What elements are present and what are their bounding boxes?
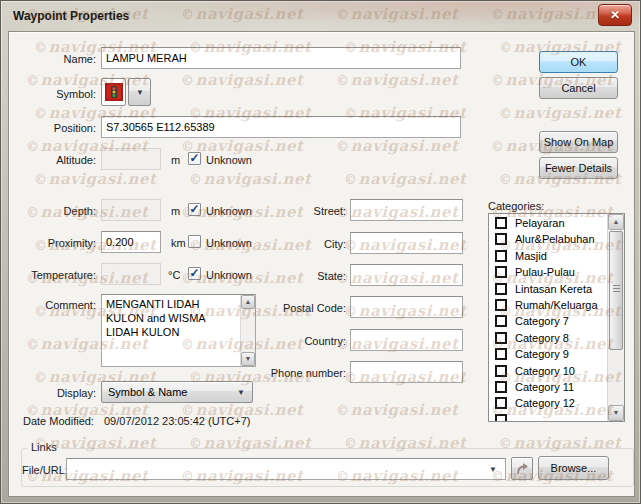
symbol-button[interactable] bbox=[101, 78, 126, 106]
category-checkbox[interactable] bbox=[495, 217, 507, 229]
symbol-label: Symbol: bbox=[11, 88, 96, 100]
temperature-unit: °C bbox=[168, 269, 180, 281]
altitude-input bbox=[101, 148, 161, 170]
depth-unit: m bbox=[171, 205, 180, 217]
state-input[interactable] bbox=[350, 264, 463, 286]
display-value: Symbol & Name bbox=[108, 386, 187, 398]
ok-button[interactable]: OK bbox=[539, 51, 618, 73]
scroll-down-button[interactable]: ▼ bbox=[608, 405, 624, 421]
city-label: City: bbox=[246, 238, 346, 250]
state-label: State: bbox=[246, 270, 346, 282]
category-item[interactable]: Category 10 bbox=[489, 363, 607, 379]
scrollbar-thumb[interactable] bbox=[609, 231, 623, 350]
waypoint-properties-dialog: Waypoint Properties ✕ Name: Symbol: Posi… bbox=[0, 0, 641, 504]
categories-listbox[interactable]: PelayaranAlur&PelabuhanMasjidPulau-Pulau… bbox=[488, 213, 625, 422]
close-button[interactable]: ✕ bbox=[598, 4, 632, 26]
category-label: Category 12 bbox=[515, 397, 575, 409]
category-item[interactable]: Category 7 bbox=[489, 313, 607, 329]
category-label: Category 10 bbox=[515, 365, 575, 377]
scroll-up-button[interactable]: ▲ bbox=[608, 214, 624, 230]
category-item[interactable]: Pulau-Pulau bbox=[489, 264, 607, 280]
category-item[interactable]: Category 12 bbox=[489, 395, 607, 411]
category-label: Category 9 bbox=[515, 348, 569, 360]
city-input[interactable] bbox=[350, 232, 463, 254]
display-combobox[interactable]: Symbol & Name ▼ bbox=[101, 381, 253, 403]
chevron-down-icon: ▼ bbox=[489, 466, 497, 474]
depth-unknown-label: Unknown bbox=[206, 205, 252, 217]
proximity-unknown-label: Unknown bbox=[206, 237, 252, 249]
proximity-unit: km bbox=[171, 237, 186, 249]
category-label: Pelayaran bbox=[515, 217, 565, 229]
date-modified-value: 09/07/2012 23:05:42 (UTC+7) bbox=[104, 415, 250, 427]
temperature-input bbox=[101, 263, 161, 285]
altitude-unit: m bbox=[171, 154, 180, 166]
category-checkbox[interactable] bbox=[495, 299, 507, 311]
country-input[interactable] bbox=[350, 329, 463, 351]
scroll-down-button[interactable]: ▼ bbox=[241, 352, 255, 366]
category-label: Category 8 bbox=[515, 332, 569, 344]
scroll-down-icon: ▼ bbox=[613, 409, 620, 416]
category-item[interactable]: Alur&Pelabuhan bbox=[489, 231, 607, 247]
street-label: Street: bbox=[246, 205, 346, 217]
proximity-label: Proximity: bbox=[11, 237, 96, 249]
temperature-unknown-label: Unknown bbox=[206, 269, 252, 281]
date-modified-label: Date Modified: bbox=[23, 415, 94, 427]
depth-input bbox=[101, 199, 161, 221]
category-checkbox[interactable] bbox=[495, 283, 507, 295]
file-url-combobox[interactable]: ▼ bbox=[66, 458, 506, 480]
category-label: Category 11 bbox=[515, 381, 574, 393]
show-on-map-button[interactable]: Show On Map bbox=[539, 131, 618, 153]
category-checkbox[interactable] bbox=[495, 233, 507, 245]
proximity-unknown-checkbox[interactable] bbox=[188, 235, 201, 248]
fewer-details-button[interactable]: Fewer Details bbox=[539, 157, 618, 179]
category-item[interactable]: Category 11 bbox=[489, 379, 607, 395]
category-checkbox[interactable] bbox=[495, 381, 507, 393]
category-item[interactable]: Rumah/Keluarga bbox=[489, 297, 607, 313]
name-input[interactable] bbox=[101, 47, 461, 69]
category-item[interactable] bbox=[489, 412, 607, 422]
comment-textarea[interactable]: MENGANTI LIDAH KULON and WISMA LIDAH KUL… bbox=[101, 294, 256, 367]
postal-code-input[interactable] bbox=[350, 296, 463, 318]
links-group-label: Links bbox=[27, 441, 61, 453]
category-checkbox[interactable] bbox=[495, 414, 507, 422]
category-label: Pulau-Pulau bbox=[515, 266, 575, 278]
street-input[interactable] bbox=[350, 199, 463, 221]
title-bar[interactable]: Waypoint Properties ✕ bbox=[1, 1, 640, 31]
category-item[interactable]: Category 9 bbox=[489, 346, 607, 362]
temperature-unknown-checkbox[interactable]: ✓ bbox=[188, 267, 201, 280]
categories-label: Categories: bbox=[488, 200, 544, 212]
category-item[interactable]: Lintasan Kereta bbox=[489, 281, 607, 297]
category-item[interactable]: Masjid bbox=[489, 248, 607, 264]
chevron-down-icon: ▼ bbox=[237, 389, 245, 397]
comment-text: MENGANTI LIDAH KULON and WISMA LIDAH KUL… bbox=[106, 297, 228, 339]
category-item[interactable]: Pelayaran bbox=[489, 215, 607, 231]
traffic-light-icon bbox=[105, 83, 123, 101]
category-checkbox[interactable] bbox=[495, 365, 507, 377]
position-input[interactable] bbox=[101, 116, 461, 138]
category-label: Rumah/Keluarga bbox=[515, 299, 598, 311]
category-label: Category 7 bbox=[515, 315, 569, 327]
depth-unknown-checkbox[interactable]: ✓ bbox=[188, 203, 201, 216]
category-checkbox[interactable] bbox=[495, 397, 507, 409]
postal-code-label: Postal Code: bbox=[246, 302, 346, 314]
category-checkbox[interactable] bbox=[495, 266, 507, 278]
altitude-unknown-checkbox[interactable]: ✓ bbox=[188, 152, 201, 165]
cancel-button[interactable]: Cancel bbox=[539, 77, 618, 99]
category-label: Lintasan Kereta bbox=[515, 283, 592, 295]
category-checkbox[interactable] bbox=[495, 348, 507, 360]
altitude-unknown-label: Unknown bbox=[206, 154, 252, 166]
category-checkbox[interactable] bbox=[495, 332, 507, 344]
open-link-button[interactable] bbox=[511, 457, 533, 480]
categories-scrollbar[interactable]: ▲ ▼ bbox=[607, 214, 624, 421]
symbol-dropdown-button[interactable]: ▼ bbox=[128, 78, 151, 106]
position-label: Position: bbox=[11, 122, 96, 134]
category-item[interactable]: Category 8 bbox=[489, 330, 607, 346]
curved-arrow-icon bbox=[515, 462, 529, 476]
chevron-down-icon: ▼ bbox=[136, 89, 144, 97]
category-checkbox[interactable] bbox=[495, 315, 507, 327]
proximity-input[interactable] bbox=[101, 231, 161, 253]
category-label: Alur&Pelabuhan bbox=[515, 233, 595, 245]
phone-number-input[interactable] bbox=[350, 361, 463, 383]
category-checkbox[interactable] bbox=[495, 250, 507, 262]
browse-button[interactable]: Browse... bbox=[538, 456, 609, 480]
